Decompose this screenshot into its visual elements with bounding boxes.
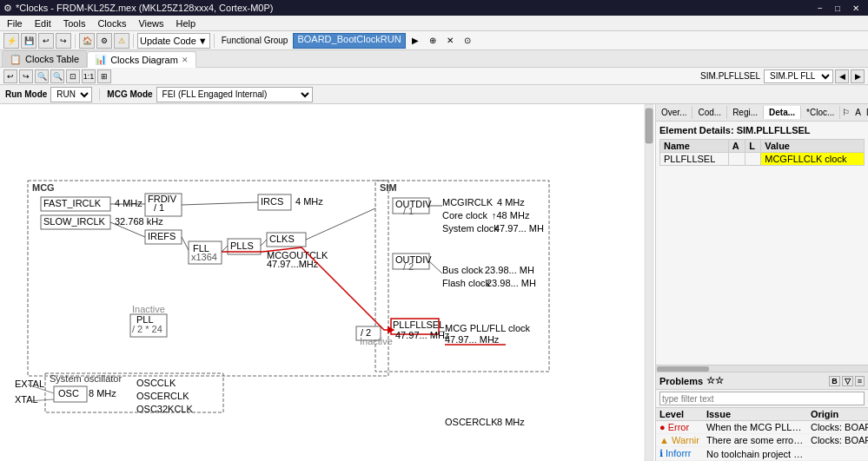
svg-text:/ 1: / 1 (154, 202, 164, 213)
window-title: *Clocks - FRDM-KL25Z.mex (MKL25Z128xxx4,… (16, 3, 273, 13)
svg-text:47.97... MHz: 47.97... MHz (445, 334, 500, 345)
mcg-mode-dropdown[interactable]: FEI (FLL Engaged Internal) (156, 87, 313, 102)
toolbar-settings-btn[interactable]: ⚙ (96, 33, 112, 49)
col-origin[interactable]: Origin (807, 408, 868, 421)
toolbar-separator-1 (75, 34, 76, 48)
run-mode-dropdown[interactable]: RUN (50, 87, 92, 102)
maximize-button[interactable]: □ (830, 3, 845, 13)
problems-panel: Problems ☆☆ B ▽ ≡ Level Issue Origin (656, 372, 868, 461)
svg-line-98 (306, 208, 375, 240)
rp-tab-clocks[interactable]: *Cloc... (801, 106, 840, 119)
nav-right-btn[interactable]: ▶ (851, 69, 865, 83)
svg-text:SIM: SIM (380, 182, 397, 193)
svg-text:32.768 kHz: 32.768 kHz (115, 216, 163, 227)
svg-text:FAST_IRCLK: FAST_IRCLK (43, 198, 102, 208)
nav-forward-btn[interactable]: ↪ (19, 69, 33, 83)
functional-group-dropdown[interactable]: BOARD_BootClockRUN (293, 33, 405, 49)
issue-cell-2: There are some errone... (703, 434, 807, 447)
toolbar-btn-1[interactable]: ⚡ (3, 33, 19, 49)
origin-cell-1: Clocks: BOARD_B (807, 421, 868, 434)
col-level[interactable]: Level (656, 408, 703, 421)
tab-clocks-diagram[interactable]: 📊 Clocks Diagram ✕ (87, 51, 196, 68)
toolbar-btn-4[interactable]: ↪ (56, 33, 71, 49)
diagram-svg: MCG SIM FAST_IRCLK 4 MHz SLOW_IRCLK 32.7… (0, 104, 655, 461)
element-details-body: PLLFLLSEL MCGFLLCLK clock (660, 153, 865, 166)
func-config-btn[interactable]: ⊕ (425, 33, 441, 49)
detail-a (728, 153, 745, 166)
nav-zoom-100-btn[interactable]: 1:1 (82, 69, 96, 83)
right-panel: Over... Cod... Regi... Deta... *Cloc... … (655, 104, 868, 461)
minimize-button[interactable]: − (812, 3, 828, 13)
svg-line-94 (182, 202, 258, 205)
svg-text:8 MHz: 8 MHz (497, 417, 525, 427)
rp-icon-a[interactable]: A (853, 108, 863, 117)
toolbar-home-btn[interactable]: 🏠 (79, 33, 95, 49)
svg-text:OSCCLK: OSCCLK (136, 378, 176, 388)
rp-icon-d[interactable]: D (865, 108, 868, 117)
menu-bar: File Edit Tools Clocks Views Help (0, 16, 868, 31)
title-bar-controls[interactable]: − □ ✕ (812, 3, 865, 13)
svg-text:23.98... MH: 23.98... MH (487, 278, 536, 288)
update-code-dropdown[interactable]: Update Code ▼ (137, 33, 210, 49)
menu-tools[interactable]: Tools (58, 17, 91, 30)
toolbar-btn-2[interactable]: 💾 (21, 33, 36, 49)
title-bar-left: ⚙ *Clocks - FRDM-KL25Z.mex (MKL25Z128xxx… (3, 3, 273, 14)
nav-zoom-in-btn[interactable]: 🔍 (35, 69, 49, 83)
element-details-title: Element Details: SIM.PLLFLLSEL (659, 125, 865, 135)
problems-icon-filter[interactable]: ▽ (842, 376, 853, 386)
svg-text:Inactive: Inactive (132, 304, 165, 314)
rp-tab-code[interactable]: Cod... (692, 106, 727, 119)
svg-text:PLLS: PLLS (230, 240, 254, 251)
menu-clocks[interactable]: Clocks (92, 17, 131, 30)
nav-reset-btn[interactable]: ⊞ (97, 69, 111, 83)
svg-line-97 (261, 240, 267, 246)
func-add-btn[interactable]: ▶ (407, 33, 423, 49)
svg-text:XTAL: XTAL (15, 394, 38, 405)
rp-tab-overview[interactable]: Over... (656, 106, 692, 119)
rp-icon-flag[interactable]: ⚐ (840, 108, 851, 117)
col-name: Name (660, 140, 729, 153)
tab-clocks-table[interactable]: 📋 Clocks Table (2, 50, 87, 67)
menu-edit[interactable]: Edit (30, 17, 56, 30)
problems-icon-clear[interactable]: ≡ (855, 376, 865, 386)
toolbar-btn-3[interactable]: ↩ (38, 33, 54, 49)
nav-fit-btn[interactable]: ⊡ (66, 69, 80, 83)
menu-help[interactable]: Help (171, 17, 202, 30)
svg-text:/ 1: / 1 (403, 206, 414, 216)
svg-text:PLLFLLSEL: PLLFLLSEL (393, 319, 444, 330)
problem-row-3: ℹ Inforrr No toolchain project d... (656, 447, 868, 461)
svg-text:8 MHz: 8 MHz (89, 388, 116, 398)
level-cell-1: ● Error (656, 421, 703, 434)
svg-line-95 (182, 237, 189, 250)
problems-filter (656, 390, 868, 408)
func-remove-btn[interactable]: ✕ (442, 33, 458, 49)
functional-group-label: Functional Group (218, 36, 292, 45)
rp-tab-registers[interactable]: Regi... (727, 106, 764, 119)
problem-row-1: ● Error When the MCG PLL/FL... Clocks: B… (656, 421, 868, 434)
toolbar-warning-btn[interactable]: ⚠ (114, 33, 129, 49)
col-issue[interactable]: Issue (703, 408, 807, 421)
update-code-label: Update Code (140, 36, 196, 46)
svg-line-100 (429, 261, 442, 273)
element-details-table: Name A L Value PLLFLLSEL MCGFLLCLK clock (659, 139, 865, 166)
nav-zoom-out-btn[interactable]: 🔍 (50, 69, 64, 83)
svg-text:4 MHz: 4 MHz (115, 198, 142, 208)
diagram-area[interactable]: MCG SIM FAST_IRCLK 4 MHz SLOW_IRCLK 32.7… (0, 104, 655, 461)
element-detail-row: PLLFLLSEL MCGFLLCLK clock (660, 153, 865, 166)
problems-icon-b[interactable]: B (829, 376, 840, 386)
svg-text:OSC: OSC (58, 388, 79, 398)
rp-tab-details[interactable]: Deta... (764, 106, 801, 119)
problems-filter-input[interactable] (659, 392, 865, 405)
svg-text:System oscillator: System oscillator (50, 373, 122, 384)
mode-separator (99, 89, 100, 101)
nav-back-btn[interactable]: ↩ (3, 69, 17, 83)
sim-nav-dropdown[interactable]: SIM.PL FLL SFL (764, 69, 833, 83)
nav-left-btn[interactable]: ◀ (835, 69, 849, 83)
menu-file[interactable]: File (2, 17, 28, 30)
problems-header-row: Level Issue Origin (656, 408, 868, 421)
mode-bar: Run Mode RUN MCG Mode FEI (FLL Engaged I… (0, 85, 868, 104)
close-button[interactable]: ✕ (847, 3, 865, 13)
menu-views[interactable]: Views (133, 17, 169, 30)
func-copy-btn[interactable]: ⊙ (460, 33, 475, 49)
clocks-diagram-close[interactable]: ✕ (182, 56, 189, 64)
